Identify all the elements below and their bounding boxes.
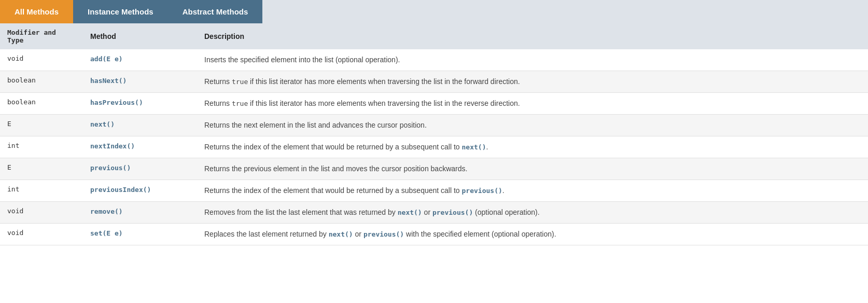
header-description: Description: [197, 23, 868, 49]
cell-method[interactable]: remove(): [83, 202, 197, 224]
tabs-bar: All Methods Instance Methods Abstract Me…: [0, 0, 868, 23]
inline-code-true: true: [232, 78, 248, 86]
ref-previous[interactable]: previous(): [432, 209, 473, 216]
table-row: booleanhasPrevious()Returns true if this…: [0, 93, 868, 115]
cell-modifier: boolean: [0, 71, 83, 93]
cell-modifier: void: [0, 202, 83, 224]
cell-description: Removes from the list the last element t…: [197, 202, 868, 224]
table-row: booleanhasNext()Returns true if this lis…: [0, 71, 868, 93]
table-row: intpreviousIndex()Returns the index of t…: [0, 180, 868, 202]
tab-all-methods[interactable]: All Methods: [0, 0, 73, 23]
inline-code-true: true: [232, 100, 248, 107]
table-row: Enext()Returns the next element in the l…: [0, 115, 868, 136]
table-row: intnextIndex()Returns the index of the e…: [0, 136, 868, 158]
header-method: Method: [83, 23, 197, 49]
method-link[interactable]: hasPrevious(): [90, 99, 143, 106]
cell-description: Replaces the last element returned by ne…: [197, 224, 868, 245]
cell-modifier: boolean: [0, 93, 83, 115]
method-link[interactable]: previous(): [90, 164, 131, 172]
cell-modifier: E: [0, 115, 83, 136]
cell-modifier: int: [0, 180, 83, 202]
method-link[interactable]: hasNext(): [90, 77, 127, 85]
cell-modifier: void: [0, 49, 83, 71]
method-link[interactable]: remove(): [90, 208, 123, 215]
table-row: voidset(E e)Replaces the last element re…: [0, 224, 868, 245]
cell-description: Returns the previous element in the list…: [197, 158, 868, 180]
ref-next[interactable]: next(): [462, 143, 486, 151]
cell-description: Returns true if this list iterator has m…: [197, 71, 868, 93]
cell-method[interactable]: add(E e): [83, 49, 197, 71]
cell-description: Returns the index of the element that wo…: [197, 136, 868, 158]
tab-instance-methods[interactable]: Instance Methods: [73, 0, 168, 23]
cell-method[interactable]: previousIndex(): [83, 180, 197, 202]
cell-method[interactable]: hasPrevious(): [83, 93, 197, 115]
table-row: voidadd(E e)Inserts the specified elemen…: [0, 49, 868, 71]
methods-table: Modifier and Type Method Description voi…: [0, 23, 868, 245]
ref-next[interactable]: next(): [329, 230, 353, 238]
tab-abstract-methods[interactable]: Abstract Methods: [168, 0, 263, 23]
method-link[interactable]: previousIndex(): [90, 186, 151, 194]
cell-modifier: void: [0, 224, 83, 245]
ref-previous[interactable]: previous(): [462, 187, 502, 195]
cell-method[interactable]: set(E e): [83, 224, 197, 245]
method-link[interactable]: nextIndex(): [90, 142, 135, 150]
cell-description: Returns true if this list iterator has m…: [197, 93, 868, 115]
table-header-row: Modifier and Type Method Description: [0, 23, 868, 49]
cell-modifier: int: [0, 136, 83, 158]
table-row: Eprevious()Returns the previous element …: [0, 158, 868, 180]
cell-method[interactable]: nextIndex(): [83, 136, 197, 158]
cell-method[interactable]: hasNext(): [83, 71, 197, 93]
method-link[interactable]: set(E e): [90, 229, 123, 237]
cell-method[interactable]: previous(): [83, 158, 197, 180]
table-row: voidremove()Removes from the list the la…: [0, 202, 868, 224]
main-container: All Methods Instance Methods Abstract Me…: [0, 0, 868, 303]
header-modifier: Modifier and Type: [0, 23, 83, 49]
cell-modifier: E: [0, 158, 83, 180]
method-link[interactable]: add(E e): [90, 55, 123, 63]
method-link[interactable]: next(): [90, 120, 115, 128]
ref-next[interactable]: next(): [398, 209, 422, 216]
cell-description: Returns the next element in the list and…: [197, 115, 868, 136]
ref-previous[interactable]: previous(): [363, 230, 404, 238]
cell-description: Inserts the specified element into the l…: [197, 49, 868, 71]
cell-method[interactable]: next(): [83, 115, 197, 136]
cell-description: Returns the index of the element that wo…: [197, 180, 868, 202]
